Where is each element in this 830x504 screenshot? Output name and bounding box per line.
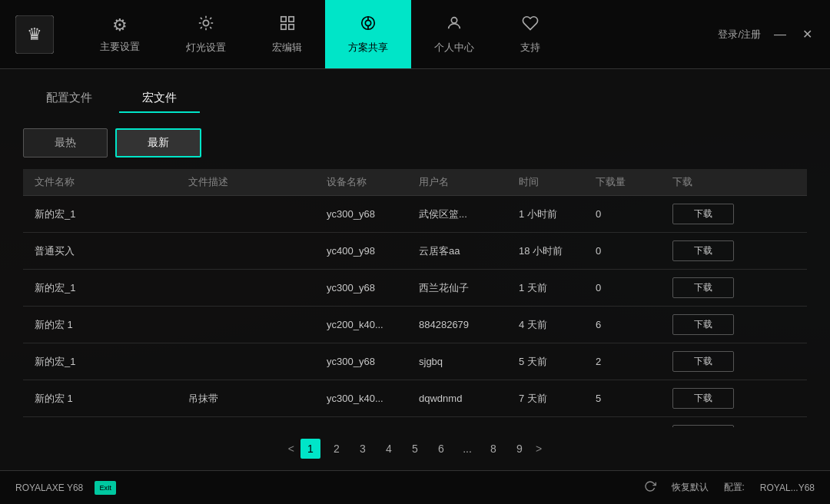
page-number-4[interactable]: 4 xyxy=(379,439,399,459)
svg-line-10 xyxy=(210,17,211,18)
svg-point-16 xyxy=(365,20,370,25)
cell-user: 云居客aa xyxy=(419,244,519,258)
svg-rect-13 xyxy=(281,24,285,28)
exit-badge[interactable]: ExIt xyxy=(95,481,116,495)
cell-device: yc300_y68 xyxy=(327,356,419,367)
settings-icon: ⚙ xyxy=(112,15,128,35)
tab-light-label: 灯光设置 xyxy=(186,41,226,55)
tab-personal-center[interactable]: 个人中心 xyxy=(411,0,497,68)
page-number-2[interactable]: 2 xyxy=(327,439,347,459)
tab-support[interactable]: 支持 xyxy=(497,0,563,68)
tab-light-settings[interactable]: 灯光设置 xyxy=(163,0,249,68)
cell-desc: 吊抹带 xyxy=(188,392,327,406)
cell-downloads: 0 xyxy=(596,208,672,220)
tab-plan-share[interactable]: 方案共享 xyxy=(325,0,411,68)
cell-name: 普通买入 xyxy=(35,244,188,258)
macro-icon xyxy=(279,15,296,36)
page-number-8[interactable]: 8 xyxy=(483,439,503,459)
download-button[interactable]: 下载 xyxy=(672,388,734,409)
page-number-3[interactable]: 3 xyxy=(353,439,373,459)
cell-name: 新的宏_1 xyxy=(35,281,188,295)
col-user: 用户名 xyxy=(419,175,519,189)
pagination: <123456...89> xyxy=(23,427,807,470)
status-bar: ROYALAXE Y68 ExIt 恢复默认 配置: ROYAL...Y68 xyxy=(0,470,830,504)
sub-tab-config[interactable]: 配置文件 xyxy=(23,85,115,113)
sub-tabs: 配置文件 宏文件 xyxy=(23,85,807,113)
page-ellipsis: ... xyxy=(457,439,477,459)
tab-support-label: 支持 xyxy=(520,41,540,55)
cell-device: yc400_y98 xyxy=(327,245,419,257)
status-right: 恢复默认 配置: ROYAL...Y68 xyxy=(644,480,815,496)
page-number-6[interactable]: 6 xyxy=(431,439,451,459)
heart-icon xyxy=(522,15,539,36)
filter-row: 最热 最新 xyxy=(23,128,807,158)
tab-main-settings-label: 主要设置 xyxy=(100,40,140,54)
prev-page-button[interactable]: < xyxy=(288,443,294,455)
cell-name: 新的宏 1 xyxy=(35,318,188,332)
cell-time: 18 小时前 xyxy=(519,244,596,258)
cell-time: 1 小时前 xyxy=(519,207,596,221)
cell-user: 西兰花仙子 xyxy=(419,281,519,295)
restore-default-button[interactable]: 恢复默认 xyxy=(672,481,709,494)
download-button[interactable]: 下载 xyxy=(672,204,734,224)
device-name: ROYALAXE Y68 xyxy=(15,482,83,493)
cell-user: 武侯区篮... xyxy=(419,207,519,221)
tab-personal-label: 个人中心 xyxy=(434,41,474,55)
col-action: 下载 xyxy=(672,175,734,189)
table-container: 文件名称 文件描述 设备名称 用户名 时间 下载量 下载 新的宏_1 yc300… xyxy=(23,169,807,427)
download-button[interactable]: 下载 xyxy=(672,314,734,335)
cell-name: 新的宏_1 xyxy=(35,207,188,221)
cell-device: yc300_y68 xyxy=(327,208,419,220)
svg-rect-11 xyxy=(281,16,285,21)
cell-downloads: 0 xyxy=(596,282,672,293)
light-icon xyxy=(198,15,214,36)
table-row: 普通买入 yc400_y98 云居客aa 18 小时前 0 下载 xyxy=(23,233,807,270)
minimize-button[interactable]: — xyxy=(772,28,788,41)
next-page-button[interactable]: > xyxy=(536,443,542,455)
title-bar: ♛ ⚙ 主要设置 xyxy=(0,0,830,69)
download-button[interactable]: 下载 xyxy=(672,351,734,372)
table-row: 新的宏 1 yc200_k40... 884282679 4 天前 6 下载 xyxy=(23,307,807,343)
svg-line-8 xyxy=(210,27,211,28)
col-device: 设备名称 xyxy=(327,175,419,189)
cell-downloads: 5 xyxy=(596,393,672,404)
svg-point-2 xyxy=(203,20,208,25)
app-window: ♛ ⚙ 主要设置 xyxy=(0,0,830,504)
cell-time: 4 天前 xyxy=(519,318,596,332)
col-filename: 文件名称 xyxy=(35,175,188,189)
page-number-9[interactable]: 9 xyxy=(510,439,530,459)
svg-text:♛: ♛ xyxy=(27,25,42,44)
sub-tab-macro[interactable]: 宏文件 xyxy=(119,85,200,113)
cell-downloads: 6 xyxy=(596,319,672,330)
table-body: 新的宏_1 yc300_y68 武侯区篮... 1 小时前 0 下载 普通买入 … xyxy=(23,196,807,427)
filter-newest[interactable]: 最新 xyxy=(115,128,201,158)
cell-downloads: 0 xyxy=(596,245,672,257)
download-button[interactable]: 下载 xyxy=(672,240,734,261)
col-time: 时间 xyxy=(519,175,596,189)
download-button[interactable]: 下载 xyxy=(672,277,734,298)
login-button[interactable]: 登录/注册 xyxy=(718,28,761,41)
nav-tabs: ⚙ 主要设置 灯光设置 xyxy=(77,0,691,68)
refresh-button[interactable] xyxy=(644,480,656,496)
filter-hottest[interactable]: 最热 xyxy=(23,128,108,158)
cell-name: 新的宏_1 xyxy=(35,355,188,369)
cell-user: sjgbq xyxy=(419,356,519,367)
svg-rect-12 xyxy=(288,16,293,21)
svg-point-19 xyxy=(451,17,456,22)
close-button[interactable]: ✕ xyxy=(799,27,815,41)
svg-line-7 xyxy=(201,17,202,18)
table-row: 新的宏_1 yc300_y68 武侯区篮... 1 小时前 0 下载 xyxy=(23,196,807,233)
tab-macro-edit[interactable]: 宏编辑 xyxy=(249,0,325,68)
cell-time: 1 天前 xyxy=(519,281,596,295)
page-number-1[interactable]: 1 xyxy=(300,439,320,459)
cell-name: 新的宏 1 xyxy=(35,392,188,406)
tab-plan-label: 方案共享 xyxy=(348,41,388,55)
table-row: 新的宏_1 yc300_y68 sjgbq 5 天前 2 下载 xyxy=(23,343,807,380)
cell-user: 884282679 xyxy=(419,319,519,330)
page-number-5[interactable]: 5 xyxy=(405,439,425,459)
cell-user: dqwdnmd xyxy=(419,393,519,404)
svg-rect-14 xyxy=(288,24,293,28)
cell-time: 5 天前 xyxy=(519,355,596,369)
tab-main-settings[interactable]: ⚙ 主要设置 xyxy=(77,0,163,68)
col-desc: 文件描述 xyxy=(188,175,327,189)
